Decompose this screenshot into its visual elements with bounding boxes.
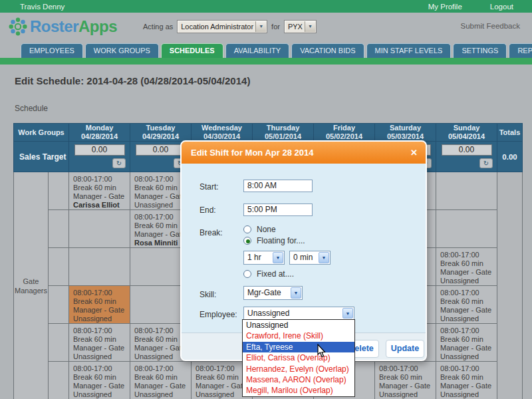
break-hours-select[interactable]: 1 hr ▼ xyxy=(243,251,285,265)
location-select[interactable]: PYX ▼ xyxy=(284,20,317,33)
active-tab-strip xyxy=(0,58,532,65)
shift-cell-monday[interactable]: 08:00-17:00Break 60 minManager - GateUna… xyxy=(69,362,130,399)
break-fixed-radio[interactable]: Fixed at.... xyxy=(243,269,294,279)
shift-assignee: Unassigned xyxy=(73,315,128,323)
employee-option[interactable]: Crawford, Irene (Skill) xyxy=(243,331,354,341)
current-user: Travis Denny xyxy=(20,3,65,11)
shift-cell-sunday[interactable] xyxy=(436,172,497,210)
shift-cell-monday[interactable] xyxy=(69,210,130,248)
chevron-down-icon: ▼ xyxy=(305,21,315,32)
sales-target-input[interactable]: 0.00 xyxy=(136,144,186,156)
employee-option[interactable]: Unassigned xyxy=(243,320,354,331)
shift-cell-monday[interactable]: 08:00-17:00Break 60 minManager - GateUna… xyxy=(69,286,130,324)
row-gutter-cell xyxy=(49,286,69,324)
day-header-wednesday: Wednesday04/30/2014 xyxy=(192,124,253,142)
employee-option[interactable]: Hernandez, Evelyn (Overlap) xyxy=(243,364,354,374)
rosterapps-logo: RosterApps xyxy=(8,17,117,37)
schedule-section-label: Schedule xyxy=(15,104,48,113)
skill-label: Skill: xyxy=(200,290,216,299)
shift-cell-saturday[interactable]: 08:00-17:00Break 60 minManager - GateUna… xyxy=(375,362,436,399)
row-gutter-cell xyxy=(49,248,69,286)
mouse-cursor-icon xyxy=(317,344,327,358)
shift-cell-sunday[interactable] xyxy=(436,210,497,248)
refresh-icon[interactable]: ↻ xyxy=(112,158,126,168)
sales-target-label: Sales Target xyxy=(14,142,69,172)
totals-header: Totals xyxy=(497,124,523,142)
row-gutter-cell xyxy=(49,210,69,248)
page-title: Edit Schedule: 2014-04-28 (04/28/2014-05… xyxy=(15,75,250,86)
dialog-header[interactable]: Edit Shift for Mon Apr 28 2014 ✕ xyxy=(182,142,426,164)
shift-assignee: Carissa Elliot xyxy=(73,201,128,209)
tab-settings[interactable]: SETTINGS xyxy=(453,43,507,58)
update-button[interactable]: Update xyxy=(386,340,424,358)
tab-work-groups[interactable]: WORK GROUPS xyxy=(85,43,159,58)
break-minutes-select[interactable]: 0 min ▼ xyxy=(289,251,331,265)
tab-schedules[interactable]: SCHEDULES xyxy=(161,43,223,58)
tab-min-staff-levels[interactable]: MIN STAFF LEVELS xyxy=(366,43,452,58)
shift-assignee: Unassigned xyxy=(134,390,190,399)
day-header-tuesday: Tuesday04/29/2014 xyxy=(130,124,192,142)
shift-assignee: Unassigned xyxy=(73,352,128,361)
shift-assignee: Unassigned xyxy=(379,390,434,399)
employee-option[interactable]: Megill, Marilou (Overlap) xyxy=(243,385,354,396)
end-time-input[interactable]: 5:00 PM xyxy=(243,203,313,216)
brand-text: RosterApps xyxy=(30,17,117,36)
radio-icon xyxy=(243,237,251,245)
sales-target-cell-monday: 0.00↻ xyxy=(69,142,130,172)
refresh-icon[interactable]: ↻ xyxy=(479,158,493,168)
sales-target-input[interactable]: 0.00 xyxy=(74,144,125,156)
break-floating-radio[interactable]: Floating for.... xyxy=(243,236,305,245)
shift-assignee: Unassigned xyxy=(440,352,495,361)
shift-cell-sunday[interactable]: 08:00-17:00Break 60 minManager - GateUna… xyxy=(436,248,497,286)
day-header-monday: Monday04/28/2014 xyxy=(69,124,130,142)
employee-select[interactable]: Unassigned ▼ xyxy=(243,307,354,320)
day-header-thursday: Thursday05/01/2014 xyxy=(253,124,314,142)
role-select[interactable]: Location Administrator ▼ xyxy=(177,20,267,33)
my-profile-link[interactable]: My Profile xyxy=(428,3,462,11)
employee-option[interactable]: Massena, AARON (Overlap) xyxy=(243,374,354,385)
shift-assignee: Unassigned xyxy=(440,315,495,323)
start-label: Start: xyxy=(200,182,219,192)
shift-cell-sunday[interactable]: 08:00-17:00Break 60 minManager - GateUna… xyxy=(436,362,497,399)
tab-vacation-bids[interactable]: VACATION BIDS xyxy=(291,43,364,58)
shift-assignee: Unassigned xyxy=(440,390,495,399)
top-bar: Travis Denny My Profile Logout xyxy=(0,0,532,13)
start-time-input[interactable]: 8:00 AM xyxy=(243,180,313,192)
chevron-down-icon: ▼ xyxy=(342,308,353,319)
break-none-radio[interactable]: None xyxy=(243,225,276,234)
tab-availability[interactable]: AVAILABILITY xyxy=(225,43,290,58)
shift-cell-monday[interactable]: 08:00-17:00Break 60 minManager - GateUna… xyxy=(69,324,130,362)
dialog-title: Edit Shift for Mon Apr 28 2014 xyxy=(191,142,313,164)
employee-option[interactable]: Efta, Tyreese xyxy=(243,342,354,352)
for-label: for xyxy=(271,23,280,31)
sales-target-input[interactable]: 0.00 xyxy=(442,144,492,156)
shift-cell-tuesday[interactable]: 08:00-17:00Break 60 minManager - GateUna… xyxy=(130,362,192,399)
close-icon[interactable]: ✕ xyxy=(410,142,418,164)
chevron-down-icon: ▼ xyxy=(273,252,283,263)
submit-feedback-link[interactable]: Submit Feedback xyxy=(461,22,521,30)
acting-as-label: Acting as xyxy=(143,23,173,31)
shift-assignee: Unassigned xyxy=(73,390,128,399)
shift-assignee: Unassigned xyxy=(440,277,495,285)
employee-label: Employee: xyxy=(200,310,237,319)
shift-cell-monday[interactable]: 08:00-17:00Break 60 minManager - GateCar… xyxy=(69,172,130,210)
radio-icon xyxy=(243,270,251,278)
tab-employees[interactable]: EMPLOYEES xyxy=(21,43,83,58)
app-header: RosterApps Acting as Location Administra… xyxy=(0,13,532,42)
chevron-down-icon: ▼ xyxy=(319,252,329,263)
radio-icon xyxy=(243,225,251,233)
employee-option[interactable]: Elliot, Carissa (Overlap) xyxy=(243,352,354,363)
skill-select[interactable]: Mgr-Gate ▼ xyxy=(243,286,303,300)
shift-cell-monday[interactable] xyxy=(69,248,130,286)
day-header-saturday: Saturday05/03/2014 xyxy=(375,124,436,142)
flower-logo-icon xyxy=(8,17,28,37)
totals-body-cell xyxy=(497,172,523,399)
shift-cell-sunday[interactable]: 08:00-17:00Break 60 minManager - GateUna… xyxy=(436,324,497,362)
day-header-sunday: Sunday05/04/2014 xyxy=(436,124,497,142)
row-gutter-cell xyxy=(49,172,69,210)
tab-reports[interactable]: REPORTS xyxy=(509,43,532,58)
break-label: Break: xyxy=(200,228,223,237)
shift-cell-sunday[interactable]: 08:00-17:00Break 60 minManager - GateUna… xyxy=(436,286,497,324)
end-label: End: xyxy=(200,205,216,215)
logout-link[interactable]: Logout xyxy=(490,3,513,11)
